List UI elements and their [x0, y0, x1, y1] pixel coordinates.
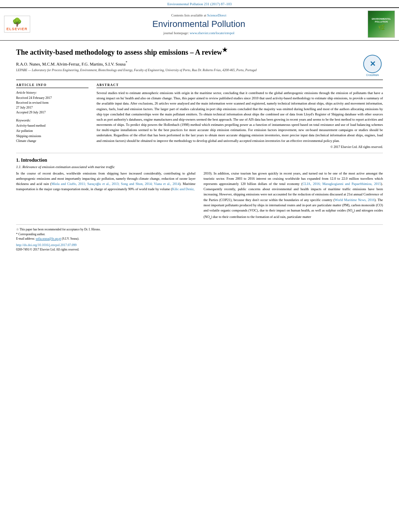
keyword-4: Climate change: [16, 139, 88, 144]
received-date: Received 24 February 2017: [16, 96, 88, 101]
footnote-corresponding: * Corresponding author.: [16, 232, 383, 236]
section-divider: [16, 153, 383, 153]
intro-right-text: 2010). In addition, cruise tourism has g…: [204, 171, 383, 221]
ref-miola[interactable]: Miola and Ciuffo, 2011; Saraçoğlu et al.…: [51, 182, 179, 186]
crossmark-badge[interactable]: ✕ CrossMark: [362, 54, 383, 76]
journal-logo: ENVIRONMENTALPOLLUTION 🌿: [368, 10, 395, 38]
sciencedirect-link[interactable]: ScienceDirect: [207, 13, 226, 17]
article-info-title: ARTICLE INFO: [16, 83, 88, 88]
keywords-label: Keywords:: [16, 118, 88, 122]
title-star: ★: [222, 47, 227, 53]
svg-text:✕: ✕: [370, 60, 376, 68]
homepage-line: journal homepage: www.elsevier.com/locat…: [34, 31, 364, 35]
keyword-2: Air pollution: [16, 129, 88, 134]
copyright-line: © 2017 Elsevier Ltd. All rights reserved…: [97, 145, 383, 149]
footnote-star-note: ☆ This paper has been recommended for ac…: [16, 227, 383, 232]
journal-reference-line: Environmental Pollution 231 (2017) 87–10…: [0, 0, 399, 7]
banner-center: Contents lists available at ScienceDirec…: [34, 13, 364, 35]
accepted-date: Accepted 29 July 2017: [16, 110, 88, 115]
keywords-section: Keywords: Activity-based method Air poll…: [16, 118, 88, 144]
keyword-3: Shipping emissions: [16, 134, 88, 139]
ref-kilic[interactable]: Kilic and Deniz,: [172, 187, 195, 191]
issn-line: 0269-7491/© 2017 Elsevier Ltd. All right…: [16, 248, 383, 251]
abstract-panel: ABSTRACT Several studies tried to estima…: [97, 83, 383, 149]
author-asterisk: *: [125, 60, 127, 64]
elsevier-logo: 🌳 ELSEVIER: [4, 16, 30, 33]
title-authors-block: The activity-based methodology to assess…: [16, 46, 362, 76]
elsevier-name: ELSEVIER: [6, 27, 28, 31]
elsevier-tree-icon: 🌳: [6, 17, 28, 27]
paper-body: The activity-based methodology to assess…: [0, 41, 399, 257]
intro-subsection-title: 1.1. Relevance of emission estimation as…: [16, 165, 383, 169]
received-revised-date: Received in revised form 27 July 2017: [16, 101, 88, 110]
footnotes-section: ☆ This paper has been recommended for ac…: [16, 224, 383, 251]
authors-line: R.A.O. Nunes, M.C.M. Alvim-Ferraz, F.G. …: [16, 60, 358, 66]
intro-section-title: 1. Introduction: [16, 157, 383, 163]
email-link[interactable]: sofia.sousa@fe.up.pt: [36, 237, 61, 240]
introduction-section: 1. Introduction 1.1. Relevance of emissi…: [16, 157, 383, 221]
crossmark-icon: ✕: [363, 54, 382, 74]
intro-col-left: In the course of recent decades, worldwi…: [16, 171, 195, 221]
affiliation-text: LEPABE — Laboratory for Process Engineer…: [16, 68, 358, 72]
footnote-email: E-mail address: sofia.sousa@fe.up.pt (S.…: [16, 236, 383, 241]
intro-col-right: 2010). In addition, cruise tourism has g…: [204, 171, 383, 221]
doi-link[interactable]: http://dx.doi.org/10.1016/j.envpol.2017.…: [16, 243, 76, 247]
journal-title: Environmental Pollution: [34, 19, 364, 29]
ref-clia[interactable]: CLIA, 2016; Maragkogianni and Papaefthim…: [302, 182, 381, 186]
title-crossmark-row: The activity-based methodology to assess…: [16, 46, 383, 76]
ref-wmn[interactable]: World Maritime News, 2016: [335, 198, 374, 202]
article-title-section: The activity-based methodology to assess…: [16, 46, 383, 76]
info-abstract-section: ARTICLE INFO Article history: Received 2…: [16, 80, 383, 149]
homepage-link[interactable]: www.elsevier.com/locate/envpol: [190, 31, 234, 35]
history-label: Article history:: [16, 90, 88, 94]
article-info-panel: ARTICLE INFO Article history: Received 2…: [16, 83, 88, 149]
keyword-1: Activity-based method: [16, 123, 88, 129]
journal-banner: 🌳 ELSEVIER Contents lists available at S…: [0, 7, 399, 41]
contents-available-line: Contents lists available at ScienceDirec…: [34, 13, 364, 17]
abstract-text: Several studies tried to estimate atmosp…: [97, 90, 383, 144]
article-main-title: The activity-based methodology to assess…: [16, 46, 358, 57]
intro-two-col: In the course of recent decades, worldwi…: [16, 171, 383, 221]
intro-left-text: In the course of recent decades, worldwi…: [16, 171, 195, 192]
abstract-title: ABSTRACT: [97, 83, 383, 88]
